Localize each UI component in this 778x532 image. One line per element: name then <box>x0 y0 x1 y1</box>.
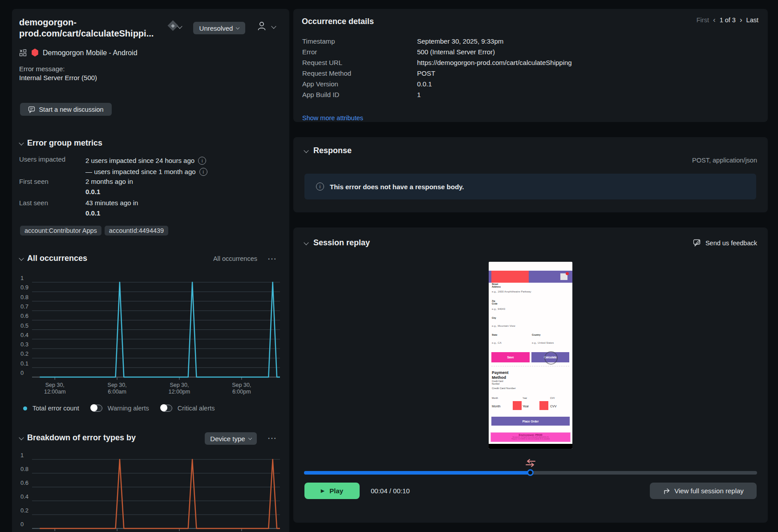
occurrence-details-panel: Occurrence details First ‹ 1 of 3 › Last… <box>293 9 768 122</box>
phone-state-label: State <box>492 333 499 336</box>
phone-payment-heading: Payment Method <box>492 370 519 380</box>
view-full-replay-button[interactable]: View full session replay <box>650 483 757 499</box>
assignee-user-icon[interactable] <box>256 20 267 31</box>
device-type-dropdown[interactable]: Device type <box>205 432 257 445</box>
view-full-replay-label: View full session replay <box>674 487 744 495</box>
pagination-next-button[interactable]: › <box>740 16 742 24</box>
legend-total-label: Total error count <box>32 405 79 412</box>
phone-country-label: Country <box>532 333 543 336</box>
chevron-down-icon[interactable] <box>177 24 182 28</box>
status-dropdown[interactable]: Unresolved <box>193 22 245 34</box>
show-more-attributes-link[interactable]: Show more attributes <box>302 114 363 122</box>
svg-text:0.1: 0.1 <box>20 360 28 367</box>
play-icon: ▶ <box>321 488 324 494</box>
phone-card-placeholder: Credit Card Number <box>492 387 516 390</box>
collapse-chevron-icon[interactable] <box>19 256 24 260</box>
session-replay-heading: Session replay <box>313 238 370 248</box>
svg-text:0.8: 0.8 <box>20 466 28 472</box>
phone-divider <box>491 366 569 366</box>
pagination-last-button[interactable]: Last <box>746 16 758 24</box>
app-hexagon-icon <box>31 49 39 57</box>
legend-warning-label: Warning alerts <box>108 405 149 412</box>
phone-header-app-icon <box>560 273 567 280</box>
occurrences-heading: All occurrences <box>27 254 87 263</box>
chevron-down-icon[interactable] <box>271 24 276 28</box>
tag-account[interactable]: account:Contributor Apps <box>20 226 101 236</box>
phone-city-label: City <box>492 317 497 319</box>
phone-year-redaction <box>513 401 522 410</box>
info-icon[interactable]: i <box>199 168 207 176</box>
collapse-chevron-icon[interactable] <box>19 435 24 440</box>
phone-state-placeholder: e.g., CA <box>492 341 502 344</box>
app-name-label: Demogorgon Mobile - Android <box>43 49 138 57</box>
send-feedback-label: Send us feedback <box>705 240 757 247</box>
pagination-prev-button[interactable]: ‹ <box>713 16 716 24</box>
session-replay-panel: Session replay Send us feedback Street A… <box>293 227 768 523</box>
chevron-down-icon <box>248 436 251 439</box>
phone-header-redaction <box>491 271 529 283</box>
detail-row-timestamp: Timestamp September 30, 2025, 9:33pm <box>302 36 759 46</box>
critical-alerts-toggle[interactable] <box>161 405 172 412</box>
replay-slider-track[interactable] <box>304 471 757 475</box>
detail-value: 500 (Internal Server Error) <box>417 48 495 56</box>
svg-text:0.4: 0.4 <box>20 332 28 338</box>
breakdown-chart: 10.80.60.40.20Sep 30,12:00amSep 30,6:00a… <box>12 9 289 532</box>
detail-row-error: Error 500 (Internal Server Error) <box>302 46 759 57</box>
occurrence-details-heading: Occurrence details <box>302 17 374 26</box>
detail-row-app-build-id: App Build ID 1 <box>302 89 759 100</box>
phone-year-field: Year <box>523 405 529 408</box>
svg-text:0.5: 0.5 <box>20 322 28 329</box>
breakdown-menu-button[interactable]: ⋯ <box>267 433 277 443</box>
detail-row-request-method: Request Method POST <box>302 68 759 78</box>
svg-text:Sep 30,: Sep 30, <box>108 382 127 388</box>
touch-indicator <box>544 351 558 365</box>
play-button[interactable]: ▶ Play <box>304 483 360 499</box>
collapse-chevron-icon[interactable] <box>304 240 308 245</box>
occurrences-menu-button[interactable]: ⋯ <box>267 253 277 264</box>
start-discussion-button[interactable]: Start a new discussion <box>20 103 112 116</box>
occurrences-right-label: All occurrences <box>213 255 257 262</box>
first-seen-value: 2 months ago in <box>85 178 133 188</box>
collapse-chevron-icon[interactable] <box>304 148 308 153</box>
error-message-label: Error message: <box>19 65 65 73</box>
phone-cvv-field: CVV <box>550 405 556 408</box>
tag-account-id[interactable]: accountId:4494439 <box>105 226 168 236</box>
last-seen-label: Last seen <box>19 199 85 209</box>
users-impacted-24h: 2 users impacted since 24 hours ago <box>85 157 194 164</box>
error-group-panel: demogorgon- prod.com/cart/calculateShipp… <box>12 9 289 532</box>
phone-zip-label: Zip Code <box>492 300 499 305</box>
detail-label: Request Method <box>302 69 417 77</box>
svg-text:6:00pm: 6:00pm <box>232 389 251 395</box>
phone-card-label: Credit Card Number <box>492 380 507 385</box>
error-group-title-line2: prod.com/cart/calculateShippi... <box>19 28 162 39</box>
warning-alerts-toggle[interactable] <box>91 405 102 412</box>
first-seen-label: First seen <box>19 178 85 188</box>
first-seen-version: 0.0.1 <box>85 188 133 199</box>
phone-env-banner: Environment: PROD Session ID: 2279d439-f… <box>490 432 571 442</box>
phone-street-placeholder: e.g., 1600 Amphitheatre Parkway <box>492 290 531 293</box>
svg-text:0.2: 0.2 <box>20 350 28 357</box>
replay-progress-fill <box>304 471 531 475</box>
detail-label: Request URL <box>302 59 417 66</box>
phone-nav-bar <box>489 444 572 449</box>
collapse-chevron-icon[interactable] <box>19 140 24 145</box>
send-feedback-link[interactable]: Send us feedback <box>693 239 757 247</box>
svg-text:Sep 30,: Sep 30, <box>232 382 251 388</box>
response-empty-message: This error does not have a response body… <box>330 183 464 191</box>
detail-value: https://demogorgon-prod.com/cart/calcula… <box>417 59 572 66</box>
info-icon: i <box>316 183 324 191</box>
info-icon[interactable]: i <box>198 157 206 165</box>
detail-value: POST <box>417 69 435 77</box>
phone-cvv-tiny-label: CVV <box>550 397 555 399</box>
legend-total-dot <box>23 406 27 410</box>
svg-text:1: 1 <box>20 275 24 281</box>
error-message-value: Internal Server Error (500) <box>19 74 97 81</box>
pagination-first-button[interactable]: First <box>697 16 709 24</box>
chevron-down-icon <box>236 25 239 29</box>
replay-slider-handle[interactable] <box>527 469 534 476</box>
external-arrow-icon <box>663 487 671 495</box>
detail-value: 0.0.1 <box>417 80 432 88</box>
priority-diamond-icon[interactable] <box>167 20 178 31</box>
svg-text:0.9: 0.9 <box>20 284 28 291</box>
svg-text:0.6: 0.6 <box>20 479 28 486</box>
